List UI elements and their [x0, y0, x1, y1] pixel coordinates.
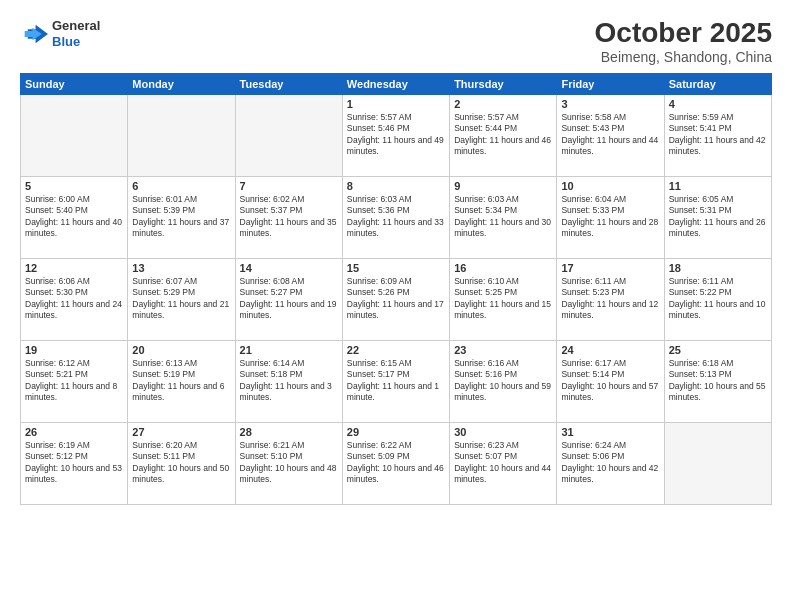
calendar-cell: 31Sunrise: 6:24 AMSunset: 5:06 PMDayligh…: [557, 422, 664, 504]
day-number: 4: [669, 98, 767, 110]
logo: General Blue: [20, 18, 100, 49]
calendar-cell: 10Sunrise: 6:04 AMSunset: 5:33 PMDayligh…: [557, 176, 664, 258]
day-number: 26: [25, 426, 123, 438]
calendar-cell: 23Sunrise: 6:16 AMSunset: 5:16 PMDayligh…: [450, 340, 557, 422]
calendar-cell: 29Sunrise: 6:22 AMSunset: 5:09 PMDayligh…: [342, 422, 449, 504]
day-info: Sunrise: 5:57 AMSunset: 5:44 PMDaylight:…: [454, 112, 552, 158]
header-saturday: Saturday: [664, 73, 771, 94]
header-tuesday: Tuesday: [235, 73, 342, 94]
calendar-week-4: 26Sunrise: 6:19 AMSunset: 5:12 PMDayligh…: [21, 422, 772, 504]
calendar-cell: 9Sunrise: 6:03 AMSunset: 5:34 PMDaylight…: [450, 176, 557, 258]
day-info: Sunrise: 5:59 AMSunset: 5:41 PMDaylight:…: [669, 112, 767, 158]
calendar-cell: 30Sunrise: 6:23 AMSunset: 5:07 PMDayligh…: [450, 422, 557, 504]
calendar-cell: 14Sunrise: 6:08 AMSunset: 5:27 PMDayligh…: [235, 258, 342, 340]
calendar-cell: 12Sunrise: 6:06 AMSunset: 5:30 PMDayligh…: [21, 258, 128, 340]
day-number: 18: [669, 262, 767, 274]
day-number: 31: [561, 426, 659, 438]
header: General Blue October 2025 Beimeng, Shand…: [20, 18, 772, 65]
day-number: 8: [347, 180, 445, 192]
day-info: Sunrise: 6:04 AMSunset: 5:33 PMDaylight:…: [561, 194, 659, 240]
day-number: 16: [454, 262, 552, 274]
calendar-week-1: 5Sunrise: 6:00 AMSunset: 5:40 PMDaylight…: [21, 176, 772, 258]
calendar-week-0: 1Sunrise: 5:57 AMSunset: 5:46 PMDaylight…: [21, 94, 772, 176]
calendar-cell: 15Sunrise: 6:09 AMSunset: 5:26 PMDayligh…: [342, 258, 449, 340]
day-info: Sunrise: 6:08 AMSunset: 5:27 PMDaylight:…: [240, 276, 338, 322]
day-info: Sunrise: 6:12 AMSunset: 5:21 PMDaylight:…: [25, 358, 123, 404]
calendar-cell: 26Sunrise: 6:19 AMSunset: 5:12 PMDayligh…: [21, 422, 128, 504]
day-number: 13: [132, 262, 230, 274]
day-info: Sunrise: 6:19 AMSunset: 5:12 PMDaylight:…: [25, 440, 123, 486]
header-wednesday: Wednesday: [342, 73, 449, 94]
calendar-cell: 22Sunrise: 6:15 AMSunset: 5:17 PMDayligh…: [342, 340, 449, 422]
header-sunday: Sunday: [21, 73, 128, 94]
logo-blue: Blue: [52, 34, 80, 49]
day-number: 11: [669, 180, 767, 192]
day-info: Sunrise: 6:09 AMSunset: 5:26 PMDaylight:…: [347, 276, 445, 322]
day-number: 20: [132, 344, 230, 356]
month-title: October 2025: [595, 18, 772, 49]
day-info: Sunrise: 6:22 AMSunset: 5:09 PMDaylight:…: [347, 440, 445, 486]
day-number: 14: [240, 262, 338, 274]
day-info: Sunrise: 6:11 AMSunset: 5:23 PMDaylight:…: [561, 276, 659, 322]
day-number: 27: [132, 426, 230, 438]
title-block: October 2025 Beimeng, Shandong, China: [595, 18, 772, 65]
day-info: Sunrise: 6:18 AMSunset: 5:13 PMDaylight:…: [669, 358, 767, 404]
day-info: Sunrise: 6:10 AMSunset: 5:25 PMDaylight:…: [454, 276, 552, 322]
calendar-cell: 27Sunrise: 6:20 AMSunset: 5:11 PMDayligh…: [128, 422, 235, 504]
day-number: 21: [240, 344, 338, 356]
day-number: 1: [347, 98, 445, 110]
day-number: 19: [25, 344, 123, 356]
day-info: Sunrise: 6:17 AMSunset: 5:14 PMDaylight:…: [561, 358, 659, 404]
calendar-cell: 8Sunrise: 6:03 AMSunset: 5:36 PMDaylight…: [342, 176, 449, 258]
calendar-week-3: 19Sunrise: 6:12 AMSunset: 5:21 PMDayligh…: [21, 340, 772, 422]
calendar-cell: 28Sunrise: 6:21 AMSunset: 5:10 PMDayligh…: [235, 422, 342, 504]
logo-general: General: [52, 18, 100, 33]
day-number: 2: [454, 98, 552, 110]
day-info: Sunrise: 6:20 AMSunset: 5:11 PMDaylight:…: [132, 440, 230, 486]
day-number: 22: [347, 344, 445, 356]
calendar-cell: 24Sunrise: 6:17 AMSunset: 5:14 PMDayligh…: [557, 340, 664, 422]
calendar: Sunday Monday Tuesday Wednesday Thursday…: [20, 73, 772, 505]
day-number: 6: [132, 180, 230, 192]
day-number: 25: [669, 344, 767, 356]
calendar-week-2: 12Sunrise: 6:06 AMSunset: 5:30 PMDayligh…: [21, 258, 772, 340]
day-info: Sunrise: 6:16 AMSunset: 5:16 PMDaylight:…: [454, 358, 552, 404]
calendar-cell: 25Sunrise: 6:18 AMSunset: 5:13 PMDayligh…: [664, 340, 771, 422]
day-number: 12: [25, 262, 123, 274]
calendar-cell: 2Sunrise: 5:57 AMSunset: 5:44 PMDaylight…: [450, 94, 557, 176]
calendar-cell: [235, 94, 342, 176]
day-number: 9: [454, 180, 552, 192]
calendar-cell: 7Sunrise: 6:02 AMSunset: 5:37 PMDaylight…: [235, 176, 342, 258]
day-number: 30: [454, 426, 552, 438]
subtitle: Beimeng, Shandong, China: [595, 49, 772, 65]
day-info: Sunrise: 6:06 AMSunset: 5:30 PMDaylight:…: [25, 276, 123, 322]
calendar-cell: 17Sunrise: 6:11 AMSunset: 5:23 PMDayligh…: [557, 258, 664, 340]
day-info: Sunrise: 6:02 AMSunset: 5:37 PMDaylight:…: [240, 194, 338, 240]
day-number: 29: [347, 426, 445, 438]
logo-icon: [20, 23, 48, 45]
day-info: Sunrise: 6:05 AMSunset: 5:31 PMDaylight:…: [669, 194, 767, 240]
day-info: Sunrise: 6:11 AMSunset: 5:22 PMDaylight:…: [669, 276, 767, 322]
calendar-cell: 6Sunrise: 6:01 AMSunset: 5:39 PMDaylight…: [128, 176, 235, 258]
calendar-cell: 3Sunrise: 5:58 AMSunset: 5:43 PMDaylight…: [557, 94, 664, 176]
header-thursday: Thursday: [450, 73, 557, 94]
calendar-header-row: Sunday Monday Tuesday Wednesday Thursday…: [21, 73, 772, 94]
calendar-cell: 19Sunrise: 6:12 AMSunset: 5:21 PMDayligh…: [21, 340, 128, 422]
day-number: 7: [240, 180, 338, 192]
day-info: Sunrise: 6:14 AMSunset: 5:18 PMDaylight:…: [240, 358, 338, 404]
day-info: Sunrise: 6:23 AMSunset: 5:07 PMDaylight:…: [454, 440, 552, 486]
calendar-cell: 11Sunrise: 6:05 AMSunset: 5:31 PMDayligh…: [664, 176, 771, 258]
calendar-cell: 18Sunrise: 6:11 AMSunset: 5:22 PMDayligh…: [664, 258, 771, 340]
day-info: Sunrise: 5:58 AMSunset: 5:43 PMDaylight:…: [561, 112, 659, 158]
day-info: Sunrise: 5:57 AMSunset: 5:46 PMDaylight:…: [347, 112, 445, 158]
calendar-cell: 20Sunrise: 6:13 AMSunset: 5:19 PMDayligh…: [128, 340, 235, 422]
day-number: 24: [561, 344, 659, 356]
day-number: 3: [561, 98, 659, 110]
day-info: Sunrise: 6:00 AMSunset: 5:40 PMDaylight:…: [25, 194, 123, 240]
calendar-cell: [21, 94, 128, 176]
calendar-cell: 16Sunrise: 6:10 AMSunset: 5:25 PMDayligh…: [450, 258, 557, 340]
calendar-cell: 5Sunrise: 6:00 AMSunset: 5:40 PMDaylight…: [21, 176, 128, 258]
page: General Blue October 2025 Beimeng, Shand…: [0, 0, 792, 612]
day-info: Sunrise: 6:03 AMSunset: 5:36 PMDaylight:…: [347, 194, 445, 240]
day-info: Sunrise: 6:24 AMSunset: 5:06 PMDaylight:…: [561, 440, 659, 486]
